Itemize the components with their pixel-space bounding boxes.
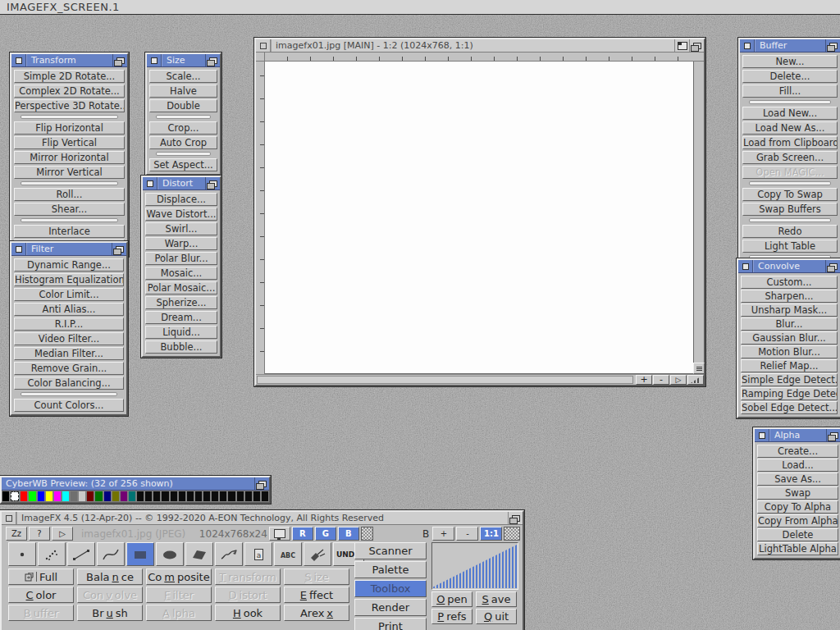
- menu-button[interactable]: Sharpen...: [741, 290, 838, 303]
- freehand-tool[interactable]: [215, 542, 243, 566]
- color-swatch[interactable]: [171, 491, 177, 501]
- buffer-titlebar[interactable]: Buffer: [740, 39, 840, 52]
- depth-icon[interactable]: [254, 477, 269, 490]
- menu-button[interactable]: Delete...: [742, 70, 838, 83]
- menu-button[interactable]: Simple 2D Rotate...: [14, 70, 125, 83]
- menu-button[interactable]: Sobel Edge Detect...: [741, 401, 838, 414]
- menu-button[interactable]: Mirror Vertical: [14, 166, 125, 179]
- dither-swatch[interactable]: [361, 527, 373, 541]
- line-tool[interactable]: [67, 542, 95, 566]
- sprayer-tool[interactable]: [304, 542, 331, 566]
- color-swatch[interactable]: [46, 491, 52, 501]
- menu-button[interactable]: Simple Edge Detect...: [741, 373, 838, 386]
- color-swatch[interactable]: [262, 491, 268, 501]
- screen-titlebar[interactable]: IMAGEFX_SCREEN.1: [0, 0, 840, 15]
- close-icon[interactable]: [755, 429, 769, 441]
- menu-button[interactable]: Swap Buffers: [742, 203, 838, 216]
- color-swatch[interactable]: [104, 491, 111, 501]
- zoom-plus-button[interactable]: +: [432, 527, 454, 541]
- horizontal-scroll-track[interactable]: [257, 376, 633, 384]
- depth-icon[interactable]: [825, 39, 840, 52]
- menu-button[interactable]: Dream...: [145, 311, 217, 324]
- menu-button[interactable]: Crop...: [149, 121, 217, 135]
- dither-pattern-button[interactable]: [504, 527, 520, 541]
- airbrush-tool[interactable]: [38, 542, 66, 566]
- color-swatch[interactable]: [253, 491, 260, 501]
- color-swatch[interactable]: [179, 491, 185, 501]
- monitor-button[interactable]: [269, 527, 290, 541]
- color-swatch[interactable]: [212, 491, 218, 501]
- menu-button[interactable]: Save As...: [757, 472, 838, 486]
- close-icon[interactable]: [256, 39, 271, 52]
- size-titlebar[interactable]: Size: [147, 54, 220, 67]
- color-swatch[interactable]: [237, 491, 244, 501]
- menu-button[interactable]: Wave Distort...: [145, 208, 217, 221]
- color-swatch[interactable]: [95, 491, 102, 501]
- depth-icon[interactable]: [508, 512, 523, 524]
- color-swatch[interactable]: [137, 491, 144, 501]
- palette-button[interactable]: Palette: [354, 561, 427, 578]
- color-swatch[interactable]: [153, 491, 160, 501]
- menu-button[interactable]: Video Filter...: [14, 332, 124, 345]
- image-canvas[interactable]: [265, 62, 694, 374]
- depth-icon[interactable]: [825, 260, 840, 272]
- composite-button[interactable]: Composite: [146, 568, 212, 585]
- zoom-in-button[interactable]: +: [636, 375, 652, 385]
- menu-button[interactable]: Complex 2D Rotate...: [14, 84, 125, 98]
- red-channel-button[interactable]: R: [292, 527, 313, 541]
- menu-button[interactable]: Polar Blur...: [145, 252, 217, 265]
- menu-button[interactable]: Scale...: [149, 70, 217, 83]
- image-window-titlebar[interactable]: imagefx01.jpg [MAIN] - 1:2 (1024x768, 1:…: [256, 39, 704, 52]
- menu-button[interactable]: Create...: [757, 445, 838, 458]
- menu-button[interactable]: Motion Blur...: [741, 345, 838, 358]
- color-swatch[interactable]: [129, 491, 135, 501]
- color-swatch[interactable]: [228, 491, 235, 501]
- menu-button[interactable]: Redo: [742, 225, 838, 238]
- zoom-gadget-icon[interactable]: [674, 39, 689, 52]
- menu-button[interactable]: Mirror Horizontal: [14, 151, 125, 164]
- menu-button[interactable]: Grab Screen...: [742, 151, 838, 164]
- menu-button[interactable]: Auto Crop: [149, 136, 217, 149]
- menu-button[interactable]: Copy From Alpha: [757, 514, 838, 527]
- close-icon[interactable]: [143, 177, 158, 189]
- close-icon[interactable]: [11, 54, 26, 66]
- color-swatch[interactable]: [79, 491, 85, 501]
- menu-button[interactable]: Flip Horizontal: [14, 121, 125, 135]
- menu-button[interactable]: Liquid...: [145, 326, 217, 339]
- color-swatch[interactable]: [145, 491, 152, 501]
- depth-icon[interactable]: [205, 54, 220, 66]
- color-swatch[interactable]: [38, 491, 44, 501]
- hook-button[interactable]: Hook: [215, 605, 281, 621]
- preview-titlebar[interactable]: CyberWB Preview: (32 of 256 shown): [2, 477, 269, 491]
- toolbox-button[interactable]: Toolbox: [354, 580, 427, 597]
- polygon-tool[interactable]: [185, 542, 213, 566]
- quit-button[interactable]: Quit: [476, 609, 517, 624]
- color-swatch[interactable]: [29, 491, 35, 501]
- color-swatch[interactable]: [195, 491, 202, 501]
- color-swatch[interactable]: [187, 491, 194, 501]
- menu-button[interactable]: Polar Mosaic...: [145, 281, 217, 294]
- one-to-one-button[interactable]: 1:1: [480, 527, 502, 541]
- menu-button[interactable]: Mosaic...: [145, 267, 217, 280]
- menu-button[interactable]: Color Balancing...: [14, 377, 124, 390]
- open-button[interactable]: Open: [431, 591, 472, 607]
- zoom-minus-button[interactable]: -: [456, 527, 478, 541]
- color-swatch-selected[interactable]: [11, 491, 19, 501]
- green-channel-button[interactable]: G: [315, 527, 336, 541]
- menu-button[interactable]: Unsharp Mask...: [741, 304, 838, 317]
- effect-button[interactable]: Effect: [284, 587, 349, 603]
- menu-button[interactable]: Spherize...: [145, 296, 217, 309]
- menu-button[interactable]: Fill...: [742, 84, 838, 98]
- menu-button[interactable]: Perspective 3D Rotate...: [14, 99, 125, 112]
- menu-button[interactable]: Custom...: [741, 276, 838, 289]
- menu-button[interactable]: Bubble...: [145, 340, 217, 354]
- color-swatch[interactable]: [21, 491, 27, 501]
- close-icon[interactable]: [2, 512, 16, 524]
- menu-button[interactable]: Roll...: [14, 188, 125, 201]
- menu-button[interactable]: Remove Grain...: [14, 362, 124, 375]
- help-button[interactable]: ?: [29, 527, 50, 541]
- point-tool[interactable]: [8, 542, 36, 566]
- blue-channel-button[interactable]: B: [338, 527, 359, 541]
- color-swatch[interactable]: [162, 491, 168, 501]
- zoom-ramp-button[interactable]: [687, 375, 704, 385]
